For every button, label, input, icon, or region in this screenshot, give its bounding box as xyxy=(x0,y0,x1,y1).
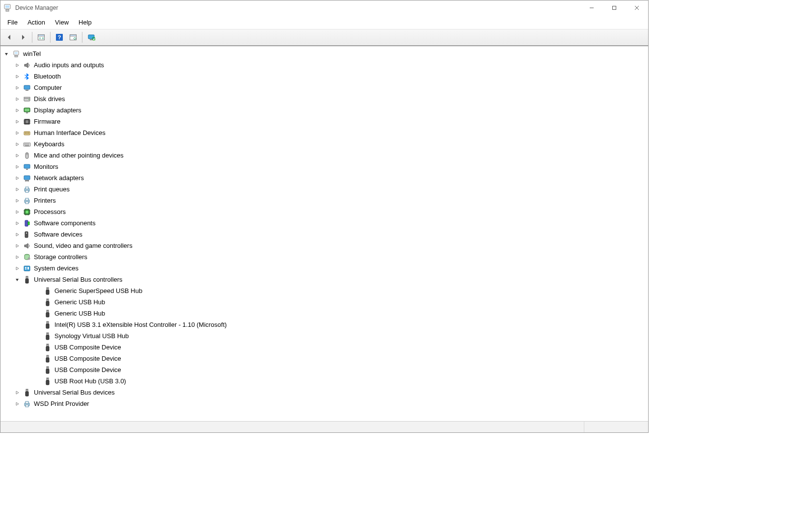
chevron-right-icon[interactable] xyxy=(13,219,21,227)
chevron-right-icon[interactable] xyxy=(13,61,21,69)
chevron-right-icon[interactable] xyxy=(13,140,21,148)
svg-rect-62 xyxy=(47,288,49,290)
svg-rect-77 xyxy=(47,344,49,346)
tree-node-child-19-3[interactable]: Intel(R) USB 3.1 eXtensible Host Control… xyxy=(2,319,648,330)
svg-rect-14 xyxy=(88,35,94,39)
chevron-right-icon[interactable] xyxy=(13,73,21,80)
tree-node-child-19-6[interactable]: USB Composite Device xyxy=(2,353,648,364)
tree-node-disk-3[interactable]: Disk drives xyxy=(2,93,648,105)
chevron-right-icon[interactable] xyxy=(13,95,21,103)
tree-node-child-19-5[interactable]: USB Composite Device xyxy=(2,342,648,353)
properties-button[interactable] xyxy=(67,31,79,44)
chevron-right-icon[interactable] xyxy=(13,152,21,160)
nav-forward-button[interactable] xyxy=(17,31,29,44)
tree-node-bluetooth-1[interactable]: Bluetooth xyxy=(2,71,648,82)
toolbar-separator xyxy=(82,32,82,43)
menu-view[interactable]: View xyxy=(50,18,74,27)
tree-node-label: Generic USB Hub xyxy=(54,310,105,317)
arrow-spacer xyxy=(34,321,42,329)
bluetooth-icon xyxy=(23,73,31,80)
chevron-right-icon[interactable] xyxy=(13,208,21,216)
chevron-right-icon[interactable] xyxy=(13,231,21,239)
menubar: File Action View Help xyxy=(0,15,648,29)
svg-rect-37 xyxy=(24,164,30,168)
menu-file[interactable]: File xyxy=(2,18,23,27)
tree-node-computer-2[interactable]: Computer xyxy=(2,82,648,93)
tree-node-usb-20[interactable]: Universal Serial Bus devices xyxy=(2,387,648,398)
svg-rect-83 xyxy=(47,367,49,369)
tree-node-cpu-13[interactable]: Processors xyxy=(2,206,648,217)
show-hidden-button[interactable] xyxy=(35,31,48,44)
tree-node-child-19-1[interactable]: Generic USB Hub xyxy=(2,296,648,308)
tree-node-child-19-2[interactable]: Generic USB Hub xyxy=(2,308,648,319)
chevron-right-icon[interactable] xyxy=(13,163,21,171)
tree-node-label: Mice and other pointing devices xyxy=(34,152,124,159)
chevron-right-icon[interactable] xyxy=(13,186,21,193)
storage-icon xyxy=(23,253,31,261)
maximize-button[interactable] xyxy=(603,0,626,15)
chevron-down-icon[interactable] xyxy=(2,50,10,58)
svg-rect-32 xyxy=(26,133,27,133)
tree-node-printer-12[interactable]: Printers xyxy=(2,195,648,206)
svg-rect-18 xyxy=(15,52,18,54)
chevron-right-icon[interactable] xyxy=(13,400,21,408)
chevron-right-icon[interactable] xyxy=(13,242,21,250)
hid-icon xyxy=(23,129,31,137)
chevron-right-icon[interactable] xyxy=(13,118,21,126)
tree-node-swdev-15[interactable]: Software devices xyxy=(2,229,648,240)
tree-node-label: Network adapters xyxy=(34,174,84,182)
usb-icon xyxy=(44,355,52,363)
keyboard-icon xyxy=(23,140,31,148)
chevron-right-icon[interactable] xyxy=(13,265,21,272)
chevron-right-icon[interactable] xyxy=(13,84,21,92)
tree-node-label: Computer xyxy=(34,84,62,91)
tree-node-child-19-7[interactable]: USB Composite Device xyxy=(2,364,648,375)
tree-node-audio-16[interactable]: Sound, video and game controllers xyxy=(2,240,648,251)
svg-rect-39 xyxy=(24,176,30,180)
nav-back-button[interactable] xyxy=(3,31,16,44)
tree-node-wsd-21[interactable]: WSD Print Provider xyxy=(2,398,648,409)
chevron-right-icon[interactable] xyxy=(13,253,21,261)
tree-node-network-10[interactable]: Network adapters xyxy=(2,172,648,184)
tree-node-audio-0[interactable]: Audio inputs and outputs xyxy=(2,59,648,71)
titlebar: Device Manager xyxy=(0,0,648,15)
chevron-right-icon[interactable] xyxy=(13,129,21,137)
help-button[interactable]: ? xyxy=(53,31,66,44)
menu-help[interactable]: Help xyxy=(74,18,97,27)
statusbar xyxy=(0,421,648,432)
tree-node-usb-19[interactable]: Universal Serial Bus controllers xyxy=(2,274,648,285)
chevron-right-icon[interactable] xyxy=(13,106,21,114)
menu-action[interactable]: Action xyxy=(23,18,50,27)
device-tree[interactable]: winTelAudio inputs and outputsBluetoothC… xyxy=(0,46,648,421)
tree-node-mouse-8[interactable]: Mice and other pointing devices xyxy=(2,150,648,161)
scan-hardware-button[interactable] xyxy=(85,31,98,44)
printq-icon xyxy=(23,186,31,193)
tree-node-label: Display adapters xyxy=(34,106,81,114)
tree-node-swcomp-14[interactable]: Software components xyxy=(2,217,648,229)
chevron-right-icon[interactable] xyxy=(13,389,21,397)
tree-node-display-4[interactable]: Display adapters xyxy=(2,105,648,116)
tree-node-monitor-9[interactable]: Monitors xyxy=(2,161,648,172)
svg-point-52 xyxy=(26,233,27,234)
svg-rect-76 xyxy=(46,335,49,340)
chevron-right-icon[interactable] xyxy=(13,197,21,205)
tree-node-child-19-4[interactable]: Synology Virtual USB Hub xyxy=(2,330,648,342)
tree-node-system-18[interactable]: System devices xyxy=(2,263,648,274)
chevron-down-icon[interactable] xyxy=(13,276,21,284)
svg-rect-42 xyxy=(26,187,28,189)
svg-rect-85 xyxy=(46,369,49,373)
tree-node-keyboard-7[interactable]: Keyboards xyxy=(2,138,648,150)
tree-node-child-19-0[interactable]: Generic SuperSpeed USB Hub xyxy=(2,285,648,296)
chevron-right-icon[interactable] xyxy=(13,174,21,182)
close-button[interactable] xyxy=(626,0,648,15)
tree-node-firmware-5[interactable]: Firmware xyxy=(2,116,648,127)
toolbar: ? xyxy=(0,29,648,46)
minimize-button[interactable] xyxy=(580,0,603,15)
tree-node-storage-17[interactable]: Storage controllers xyxy=(2,251,648,263)
tree-node-printq-11[interactable]: Print queues xyxy=(2,184,648,195)
tree-node-hid-6[interactable]: Human Interface Devices xyxy=(2,127,648,138)
svg-rect-80 xyxy=(47,355,49,358)
tree-node-child-19-8[interactable]: USB Root Hub (USB 3.0) xyxy=(2,375,648,387)
tree-node-root[interactable]: winTel xyxy=(2,48,648,59)
usb-icon xyxy=(23,276,31,284)
